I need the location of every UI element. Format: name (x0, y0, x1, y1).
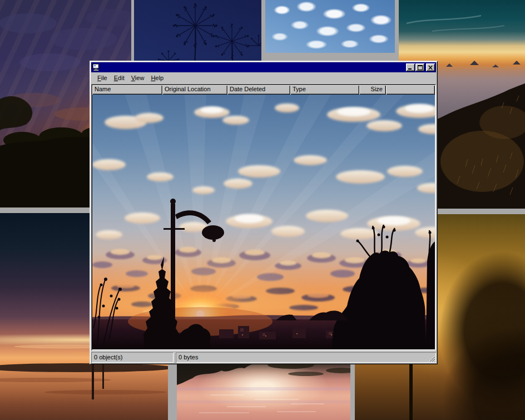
menu-help[interactable]: Help (147, 73, 167, 82)
status-bar: 0 object(s) 0 bytes (91, 352, 436, 363)
status-size-text: 0 bytes (179, 354, 198, 360)
computer-icon[interactable] (92, 63, 100, 71)
menu-edit[interactable]: Edit (111, 73, 128, 82)
menu-view[interactable]: View (128, 73, 148, 82)
resize-grip-icon[interactable] (428, 355, 435, 362)
recycle-bin-window: File Edit View Help Name Original Locati… (90, 61, 438, 364)
minimize-button[interactable] (406, 63, 415, 71)
status-object-count: 0 object(s) (91, 352, 174, 363)
column-header-original-location[interactable]: Original Location (162, 85, 227, 95)
column-header-blank[interactable] (386, 85, 435, 95)
column-header-name[interactable]: Name (92, 85, 162, 95)
status-size: 0 bytes (176, 352, 436, 363)
gallery-photo-blue-sky-clouds (265, 0, 395, 53)
close-icon (428, 66, 433, 70)
column-header-type[interactable]: Type (290, 85, 359, 95)
menu-file[interactable]: File (94, 73, 111, 82)
maximize-button[interactable] (415, 63, 424, 71)
file-list-view: Name Original Location Date Deleted Type… (91, 84, 436, 350)
maximize-icon (418, 65, 423, 70)
window-controls (406, 63, 435, 71)
window-titlebar[interactable] (91, 62, 436, 72)
desktop: { "window": { "title": "", "icon": "comp… (0, 0, 525, 420)
column-header-date-deleted[interactable]: Date Deleted (227, 85, 290, 95)
column-header-row: Name Original Location Date Deleted Type… (92, 85, 435, 95)
sunset-streetlamp-photo (92, 95, 435, 349)
minimize-icon (408, 66, 413, 70)
close-button[interactable] (426, 63, 435, 71)
column-header-size[interactable]: Size (359, 85, 386, 95)
menu-bar: File Edit View Help (91, 72, 436, 83)
list-content-sunset-photo[interactable] (92, 95, 435, 349)
